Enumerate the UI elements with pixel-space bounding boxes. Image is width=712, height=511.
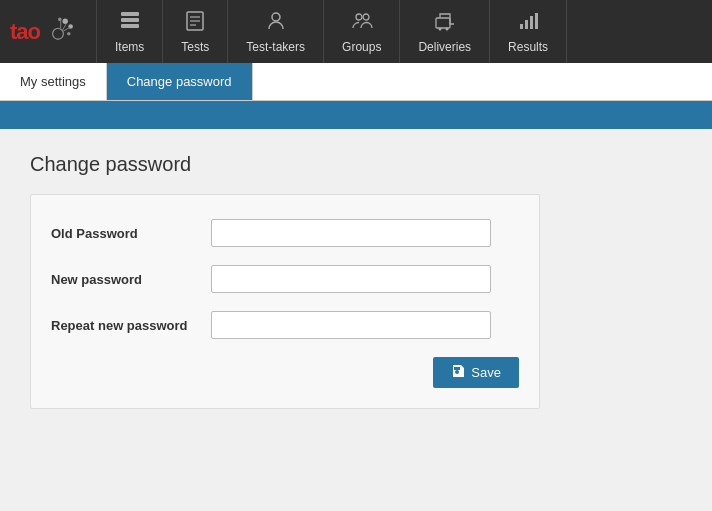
new-password-row: New password <box>51 265 519 293</box>
svg-point-4 <box>53 28 64 39</box>
save-button[interactable]: Save <box>433 357 519 388</box>
repeat-password-row: Repeat new password <box>51 311 519 339</box>
nav-item-items-label: Items <box>115 40 144 54</box>
svg-line-5 <box>63 23 67 29</box>
change-password-form: Old Password New password Repeat new pas… <box>30 194 540 409</box>
svg-point-19 <box>438 27 441 30</box>
old-password-input[interactable] <box>211 219 491 247</box>
logo-icon <box>40 14 76 50</box>
blue-accent-bar <box>0 101 712 129</box>
nav-item-test-takers-label: Test-takers <box>246 40 305 54</box>
test-takers-icon <box>265 10 287 37</box>
nav-item-tests[interactable]: Tests <box>163 0 228 63</box>
tests-icon <box>184 10 206 37</box>
svg-point-16 <box>356 14 362 20</box>
nav-item-groups[interactable]: Groups <box>324 0 400 63</box>
items-icon <box>119 10 141 37</box>
svg-line-6 <box>63 27 69 31</box>
svg-rect-8 <box>121 12 139 16</box>
main-content: Change password Old Password New passwor… <box>0 129 712 509</box>
svg-rect-22 <box>525 20 528 29</box>
logo-text: tao <box>10 19 40 45</box>
svg-point-3 <box>67 32 71 36</box>
svg-point-2 <box>58 17 62 21</box>
nav-item-test-takers[interactable]: Test-takers <box>228 0 324 63</box>
svg-rect-21 <box>520 24 523 29</box>
new-password-input[interactable] <box>211 265 491 293</box>
form-actions: Save <box>51 357 519 388</box>
svg-rect-23 <box>530 16 533 29</box>
nav-item-results[interactable]: Results <box>490 0 567 63</box>
groups-icon <box>351 10 373 37</box>
tab-change-password[interactable]: Change password <box>107 63 253 100</box>
results-icon <box>517 10 539 37</box>
repeat-password-input[interactable] <box>211 311 491 339</box>
svg-point-15 <box>272 13 280 21</box>
old-password-label: Old Password <box>51 226 211 241</box>
nav-item-tests-label: Tests <box>181 40 209 54</box>
nav-item-deliveries[interactable]: Deliveries <box>400 0 490 63</box>
save-icon <box>451 364 465 381</box>
top-navigation: tao Items Tests <box>0 0 712 63</box>
svg-rect-24 <box>535 13 538 29</box>
tab-my-settings[interactable]: My settings <box>0 63 107 100</box>
nav-item-deliveries-label: Deliveries <box>418 40 471 54</box>
nav-item-items[interactable]: Items <box>96 0 163 63</box>
svg-rect-18 <box>436 18 450 28</box>
svg-rect-10 <box>121 24 139 28</box>
svg-point-17 <box>363 14 369 20</box>
svg-point-0 <box>63 18 68 23</box>
logo[interactable]: tao <box>10 14 76 50</box>
nav-item-results-label: Results <box>508 40 548 54</box>
nav-items: Items Tests Test-takers Groups Deliverie… <box>96 0 702 63</box>
old-password-row: Old Password <box>51 219 519 247</box>
svg-point-20 <box>445 27 448 30</box>
new-password-label: New password <box>51 272 211 287</box>
deliveries-icon <box>434 10 456 37</box>
repeat-password-label: Repeat new password <box>51 318 211 333</box>
page-title: Change password <box>30 153 682 176</box>
tab-bar: My settings Change password <box>0 63 712 101</box>
svg-rect-9 <box>121 18 139 22</box>
nav-item-groups-label: Groups <box>342 40 381 54</box>
